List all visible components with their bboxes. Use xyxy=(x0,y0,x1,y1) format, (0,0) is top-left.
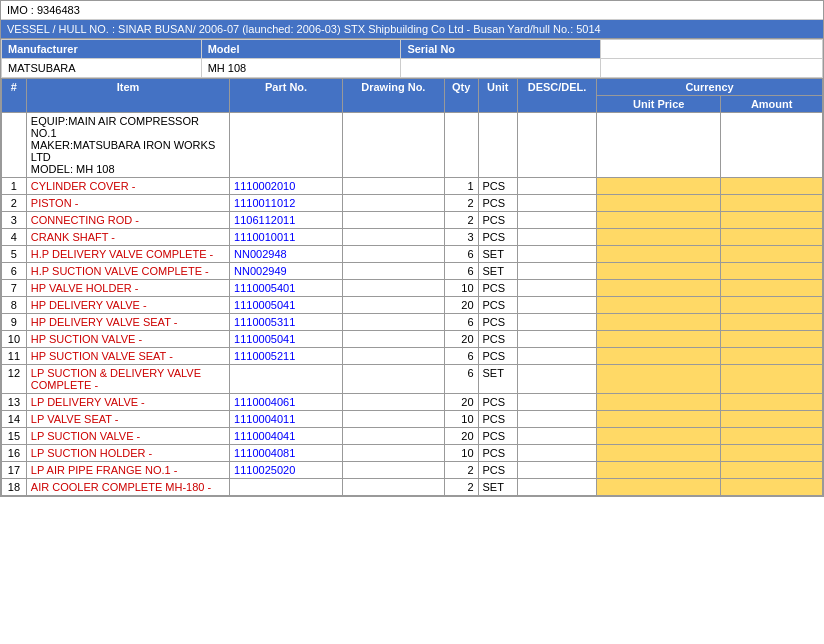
row-partno: 1110005211 xyxy=(230,348,343,365)
row-unitprice xyxy=(597,394,721,411)
row-unit: PCS xyxy=(478,394,518,411)
row-desc xyxy=(518,314,597,331)
row-amount xyxy=(721,178,823,195)
row-num: 8 xyxy=(2,297,27,314)
row-desc xyxy=(518,195,597,212)
serialno-label: Serial No xyxy=(401,40,601,59)
row-partno: 1110025020 xyxy=(230,462,343,479)
row-unitprice xyxy=(597,212,721,229)
row-amount xyxy=(721,314,823,331)
row-unit: PCS xyxy=(478,348,518,365)
row-qty: 6 xyxy=(444,314,478,331)
row-unitprice xyxy=(597,365,721,394)
th-unit: Unit xyxy=(478,79,518,113)
row-drawing xyxy=(343,462,445,479)
serialno-value xyxy=(401,59,601,78)
row-unitprice xyxy=(597,280,721,297)
row-desc xyxy=(518,229,597,246)
row-drawing xyxy=(343,280,445,297)
equip-qty xyxy=(444,113,478,178)
row-unitprice xyxy=(597,428,721,445)
row-amount xyxy=(721,229,823,246)
equip-amount xyxy=(721,113,823,178)
equip-partno xyxy=(230,113,343,178)
row-unitprice xyxy=(597,411,721,428)
table-row: 16LP SUCTION HOLDER -111000408110PCS xyxy=(2,445,823,462)
row-qty: 10 xyxy=(444,280,478,297)
row-item: HP DELIVERY VALVE - xyxy=(26,297,229,314)
row-unit: PCS xyxy=(478,314,518,331)
row-amount xyxy=(721,195,823,212)
row-unitprice xyxy=(597,246,721,263)
row-unitprice xyxy=(597,263,721,280)
row-amount xyxy=(721,263,823,280)
table-row: 15LP SUCTION VALVE -111000404120PCS xyxy=(2,428,823,445)
row-desc xyxy=(518,297,597,314)
row-unitprice xyxy=(597,445,721,462)
row-num: 11 xyxy=(2,348,27,365)
row-desc xyxy=(518,178,597,195)
empty-info xyxy=(601,59,823,78)
row-item: HP DELIVERY VALVE SEAT - xyxy=(26,314,229,331)
equip-unit xyxy=(478,113,518,178)
row-drawing xyxy=(343,411,445,428)
manufacturer-label: Manufacturer xyxy=(2,40,202,59)
row-item: CRANK SHAFT - xyxy=(26,229,229,246)
row-drawing xyxy=(343,229,445,246)
row-unitprice xyxy=(597,331,721,348)
table-row: 6H.P SUCTION VALVE COMPLETE -NN0029496SE… xyxy=(2,263,823,280)
row-drawing xyxy=(343,212,445,229)
row-partno: 1110005401 xyxy=(230,280,343,297)
row-partno: 1110005041 xyxy=(230,331,343,348)
row-desc xyxy=(518,212,597,229)
row-partno: NN002949 xyxy=(230,263,343,280)
row-item: PISTON - xyxy=(26,195,229,212)
row-amount xyxy=(721,411,823,428)
table-row: 3CONNECTING ROD -11061120112PCS xyxy=(2,212,823,229)
row-desc xyxy=(518,365,597,394)
row-num: 5 xyxy=(2,246,27,263)
model-label: Model xyxy=(201,40,401,59)
row-drawing xyxy=(343,246,445,263)
row-amount xyxy=(721,462,823,479)
row-num: 17 xyxy=(2,462,27,479)
row-amount xyxy=(721,212,823,229)
row-desc xyxy=(518,263,597,280)
model-value: MH 108 xyxy=(201,59,401,78)
row-amount xyxy=(721,365,823,394)
row-qty: 1 xyxy=(444,178,478,195)
row-drawing xyxy=(343,331,445,348)
row-partno: 1110005041 xyxy=(230,297,343,314)
equip-row: EQUIP:MAIN AIR COMPRESSOR NO.1 MAKER:MAT… xyxy=(2,113,823,178)
equip-num xyxy=(2,113,27,178)
equip-desc xyxy=(518,113,597,178)
row-partno: 1110004041 xyxy=(230,428,343,445)
row-item: HP SUCTION VALVE - xyxy=(26,331,229,348)
table-row: 8HP DELIVERY VALVE -111000504120PCS xyxy=(2,297,823,314)
row-desc xyxy=(518,428,597,445)
row-qty: 20 xyxy=(444,297,478,314)
row-qty: 20 xyxy=(444,331,478,348)
row-partno xyxy=(230,479,343,496)
row-unit: PCS xyxy=(478,445,518,462)
row-unitprice xyxy=(597,195,721,212)
row-qty: 10 xyxy=(444,411,478,428)
table-row: 18AIR COOLER COMPLETE MH-180 -2SET xyxy=(2,479,823,496)
row-qty: 20 xyxy=(444,394,478,411)
row-item: HP SUCTION VALVE SEAT - xyxy=(26,348,229,365)
row-unit: SET xyxy=(478,479,518,496)
equip-drawing xyxy=(343,113,445,178)
row-drawing xyxy=(343,445,445,462)
row-unit: PCS xyxy=(478,229,518,246)
row-drawing xyxy=(343,479,445,496)
row-item: H.P SUCTION VALVE COMPLETE - xyxy=(26,263,229,280)
th-amount: Amount xyxy=(721,96,823,113)
row-unit: PCS xyxy=(478,411,518,428)
row-amount xyxy=(721,445,823,462)
row-item: LP VALVE SEAT - xyxy=(26,411,229,428)
table-row: 5H.P DELIVERY VALVE COMPLETE -NN0029486S… xyxy=(2,246,823,263)
row-drawing xyxy=(343,365,445,394)
row-unitprice xyxy=(597,462,721,479)
row-num: 13 xyxy=(2,394,27,411)
row-unit: PCS xyxy=(478,195,518,212)
